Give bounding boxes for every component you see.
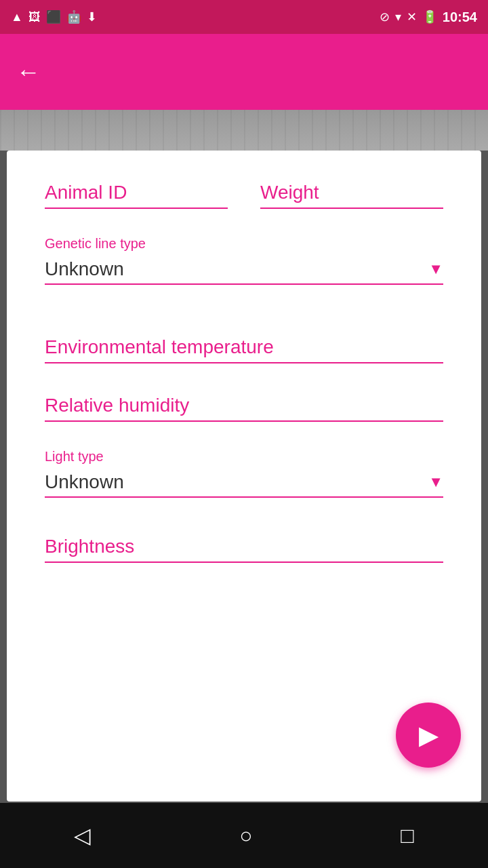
animal-id-input[interactable] [45,178,228,209]
brightness-field [45,532,443,563]
env-temperature-field [45,332,443,363]
genetic-line-type-wrapper: Genetic line type Unknown Line A Line B … [45,236,443,285]
animal-id-field [45,178,228,209]
relative-humidity-input[interactable] [45,391,443,422]
genetic-line-type-select[interactable]: Unknown Line A Line B Line C [45,254,443,285]
back-nav-button[interactable]: ◁ [74,823,91,848]
background-photo [0,110,488,151]
weight-field [260,178,443,209]
weight-input[interactable] [260,178,443,209]
recent-nav-button[interactable]: □ [401,823,413,848]
light-type-wrapper: Light type Unknown Natural Artificial Mi… [45,449,443,498]
no-circle-icon: ⊘ [380,9,390,24]
download-icon: ⬇ [87,9,97,24]
home-nav-button[interactable]: ○ [239,823,252,848]
back-button[interactable]: ← [16,60,41,84]
light-type-select[interactable]: Unknown Natural Artificial Mixed [45,467,443,498]
signal-off-icon: ✕ [407,9,417,24]
brightness-input[interactable] [45,532,443,563]
wifi-icon: ▾ [395,9,401,24]
toolbar: ← [0,34,488,110]
android-icon: 🤖 [66,9,81,24]
row-animal-weight [45,178,443,209]
status-icons-right: ⊘ ▾ ✕ 🔋 10:54 [380,9,477,25]
clock: 10:54 [443,9,477,25]
status-icons-left: ▲ 🖼 ⬛ 🤖 ⬇ [11,9,97,24]
light-type-label: Light type [45,449,443,465]
battery-icon: 🔋 [422,9,437,24]
form-card: Genetic line type Unknown Line A Line B … [7,151,481,802]
navigation-bar: ◁ ○ □ [0,803,488,868]
triangle-icon: ▲ [11,10,23,24]
next-fab-button[interactable]: ▶ [396,703,461,768]
next-icon: ▶ [419,722,439,748]
genetic-line-type-label: Genetic line type [45,236,443,252]
square-icon: ⬛ [46,9,61,24]
image-icon: 🖼 [28,10,41,24]
status-bar: ▲ 🖼 ⬛ 🤖 ⬇ ⊘ ▾ ✕ 🔋 10:54 [0,0,488,34]
env-temperature-input[interactable] [45,332,443,363]
relative-humidity-field [45,391,443,422]
